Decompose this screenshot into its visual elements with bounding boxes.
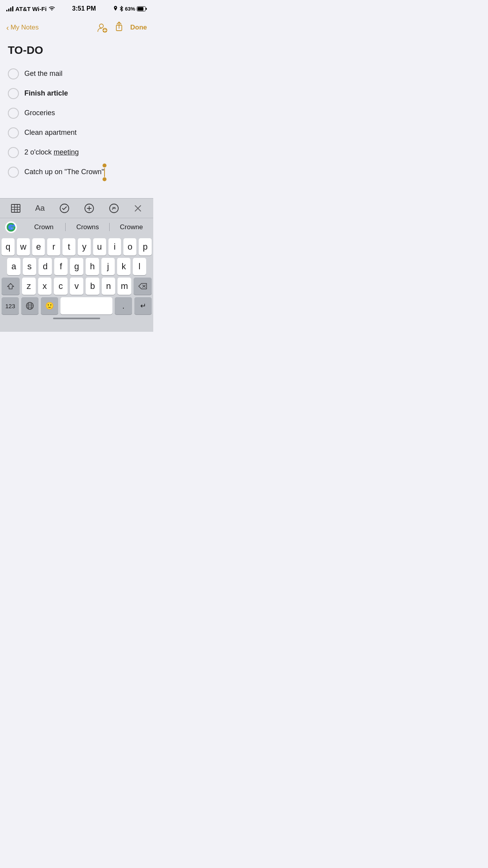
close-keyboard-button[interactable] <box>130 202 146 215</box>
back-button[interactable]: ‹ My Notes <box>6 23 39 32</box>
key-h[interactable]: h <box>86 258 99 275</box>
bluetooth-icon <box>119 6 123 11</box>
key-globe[interactable] <box>21 297 39 314</box>
key-s[interactable]: s <box>23 258 36 275</box>
todo-checkbox-4[interactable] <box>8 127 19 138</box>
todo-text-6[interactable]: Catch up on "The Crown" <box>24 167 105 177</box>
todo-checkbox-6[interactable] <box>8 167 19 178</box>
key-n[interactable]: n <box>102 278 116 295</box>
svg-marker-23 <box>7 283 14 289</box>
share-icon <box>115 21 123 31</box>
key-f[interactable]: f <box>54 258 68 275</box>
todo-title: TO-DO <box>8 44 145 57</box>
key-x[interactable]: x <box>38 278 52 295</box>
key-i[interactable]: i <box>108 238 121 256</box>
battery-label: 63% <box>125 6 135 12</box>
key-y[interactable]: y <box>78 238 91 256</box>
key-j[interactable]: j <box>101 258 115 275</box>
keyboard-row-3: z x c v b n m <box>0 275 153 295</box>
key-r[interactable]: r <box>47 238 60 256</box>
delete-icon <box>138 283 147 289</box>
done-button[interactable]: Done <box>130 24 147 31</box>
autocorrect-option-1[interactable]: Crown <box>22 220 66 234</box>
todo-checkbox-1[interactable] <box>8 68 19 79</box>
format-toolbar-button[interactable]: Aa <box>31 201 48 215</box>
key-q[interactable]: q <box>2 238 15 256</box>
key-space[interactable] <box>61 297 112 314</box>
key-d[interactable]: d <box>39 258 52 275</box>
key-shift[interactable] <box>2 278 20 295</box>
format-icon: Aa <box>35 204 44 213</box>
key-w[interactable]: w <box>17 238 30 256</box>
carrier-label: AT&T Wi-Fi <box>15 6 47 12</box>
todo-item: Get the mail <box>8 64 145 83</box>
todo-text-1[interactable]: Get the mail <box>24 69 62 78</box>
key-u[interactable]: u <box>93 238 106 256</box>
key-k[interactable]: k <box>117 258 130 275</box>
add-collaborator-button[interactable] <box>97 22 108 33</box>
todo-text-5[interactable]: 2 o'clock meeting <box>24 148 79 157</box>
todo-checkbox-2[interactable] <box>8 88 19 99</box>
key-numbers[interactable]: 123 <box>2 297 19 314</box>
svg-point-3 <box>99 24 103 28</box>
todo-item: Groceries <box>8 104 145 123</box>
status-left: AT&T Wi-Fi <box>6 6 55 12</box>
cursor-handle-bottom <box>103 177 106 181</box>
insert-toolbar-button[interactable] <box>80 201 98 216</box>
key-z[interactable]: z <box>22 278 36 295</box>
key-p[interactable]: p <box>139 238 152 256</box>
globe-icon <box>26 302 34 310</box>
autocorrect-options: Crown Crowns Crowne <box>22 220 153 234</box>
key-period[interactable]: . <box>115 297 132 314</box>
plus-circle-icon <box>84 203 94 213</box>
todo-checkbox-5[interactable] <box>8 147 19 158</box>
home-indicator <box>53 318 100 319</box>
autocorrect-option-3[interactable]: Crowne <box>110 220 153 234</box>
nav-right-buttons: Done <box>97 21 147 34</box>
key-b[interactable]: b <box>86 278 99 295</box>
check-circle-icon <box>59 203 70 213</box>
share-button[interactable] <box>115 21 123 34</box>
key-m[interactable]: m <box>117 278 131 295</box>
key-c[interactable]: c <box>54 278 68 295</box>
todo-item: Catch up on "The Crown" <box>8 163 145 182</box>
autocorrect-bar: G Crown Crowns Crowne <box>0 218 153 236</box>
key-a[interactable]: a <box>7 258 20 275</box>
key-t[interactable]: t <box>62 238 75 256</box>
keyboard-row-4: 123 🙂 . ↵ <box>0 295 153 314</box>
google-logo: G <box>3 219 19 235</box>
autocorrect-option-2[interactable]: Crowns <box>66 220 109 234</box>
signal-bars <box>6 6 13 11</box>
checklist-toolbar-button[interactable] <box>55 201 73 216</box>
svg-rect-2 <box>138 7 143 11</box>
key-l[interactable]: l <box>133 258 146 275</box>
todo-list: Get the mail Finish article Groceries Cl… <box>8 64 145 182</box>
todo-item: Finish article <box>8 84 145 103</box>
back-label: My Notes <box>11 24 39 31</box>
table-toolbar-button[interactable] <box>7 202 24 215</box>
todo-item: Clean apartment <box>8 123 145 142</box>
scribble-toolbar-button[interactable] <box>105 201 123 216</box>
text-cursor <box>104 168 105 177</box>
key-return[interactable]: ↵ <box>134 297 152 314</box>
key-e[interactable]: e <box>32 238 45 256</box>
key-v[interactable]: v <box>70 278 84 295</box>
key-emoji[interactable]: 🙂 <box>41 297 58 314</box>
keyboard: q w e r t y u i o p a s d f g h j k l z … <box>0 236 153 332</box>
svg-rect-9 <box>11 204 20 212</box>
key-g[interactable]: g <box>70 258 83 275</box>
svg-rect-1 <box>146 8 147 10</box>
nav-bar: ‹ My Notes Done <box>0 17 153 38</box>
key-delete[interactable] <box>134 278 152 295</box>
add-person-icon <box>97 22 108 33</box>
status-bar: AT&T Wi-Fi 3:51 PM 63% <box>0 0 153 17</box>
google-g-icon: G <box>5 221 17 234</box>
home-indicator-area <box>0 316 153 321</box>
battery-icon <box>137 6 147 11</box>
todo-text-4[interactable]: Clean apartment <box>24 128 77 137</box>
todo-checkbox-3[interactable] <box>8 108 19 119</box>
todo-text-3[interactable]: Groceries <box>24 108 55 118</box>
underlined-word: meeting <box>53 148 79 156</box>
key-o[interactable]: o <box>123 238 136 256</box>
todo-text-2[interactable]: Finish article <box>24 89 68 98</box>
